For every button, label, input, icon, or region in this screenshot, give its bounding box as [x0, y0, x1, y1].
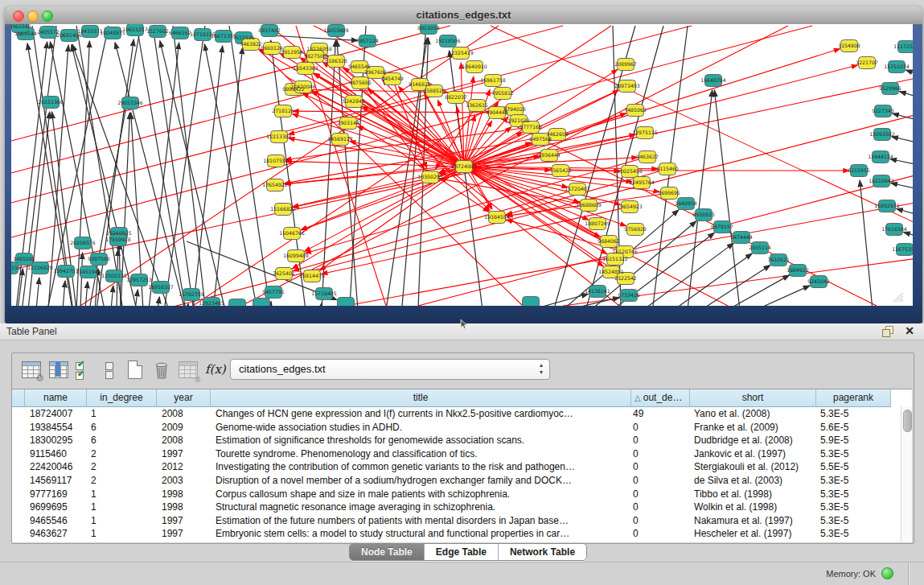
table-row[interactable]: 2242004622012Investigating the contribut… [12, 460, 897, 474]
graph-edge[interactable] [292, 114, 464, 167]
table-cell[interactable]: 0 [633, 474, 687, 488]
table-cell[interactable]: 9115460 [30, 447, 84, 461]
table-cell[interactable]: Franke et al. (2009) [694, 421, 813, 435]
table-row[interactable]: 946362711997Embryonic stem cells: a mode… [12, 527, 897, 541]
new-document-icon[interactable] [125, 360, 146, 381]
table-row[interactable]: 1872400712008Changes of HCN gene express… [12, 407, 897, 421]
table-cell[interactable]: Changes of HCN gene expression and I(f) … [216, 407, 628, 421]
table-scrollbar[interactable] [901, 406, 912, 542]
table-row[interactable]: 911546021997Tourette syndrome. Phenomeno… [12, 447, 897, 461]
table-cell[interactable]: 19384554 [30, 421, 84, 435]
column-header-year[interactable]: year [157, 389, 211, 407]
graph-edge[interactable] [160, 41, 225, 306]
table-cell[interactable]: Investigating the contribution of common… [216, 460, 628, 474]
table-cell[interactable]: 2 [91, 474, 154, 488]
graph-edge[interactable] [892, 137, 913, 145]
table-scrollbar-thumb[interactable] [903, 410, 912, 432]
table-cell[interactable]: 18724007 [30, 407, 84, 421]
table-cell[interactable]: 2 [91, 447, 154, 461]
table-cell[interactable]: Yano et al. (2008) [694, 407, 813, 421]
table-cell[interactable]: 18300295 [30, 434, 84, 447]
table-cell[interactable]: 1997 [162, 514, 207, 528]
table-cell[interactable]: Structural magnetic resonance image aver… [216, 501, 628, 514]
table-cell[interactable]: 9699695 [30, 501, 84, 514]
graph-edge[interactable] [320, 303, 322, 306]
table-row[interactable]: 1830029562008Estimation of significance … [12, 434, 897, 447]
row-height-icon[interactable] [101, 360, 121, 381]
table-cell[interactable]: 2 [91, 460, 154, 474]
graph-edge[interactable] [158, 297, 159, 306]
graph-node[interactable] [229, 299, 246, 307]
graph-node[interactable] [253, 299, 270, 307]
graph-edge[interactable] [491, 26, 913, 227]
table-cell[interactable]: 5.6E-5 [820, 421, 888, 435]
graph-edge[interactable] [320, 167, 464, 270]
function-builder-icon[interactable]: f(x) [205, 362, 226, 383]
table-cell[interactable]: 1 [91, 501, 154, 514]
table-cell[interactable]: 22420046 [30, 460, 84, 474]
table-row[interactable]: 1938455462009Genome-wide association stu… [12, 421, 897, 435]
table-cell[interactable]: 1 [91, 407, 154, 421]
table-cell[interactable]: 0 [633, 447, 687, 461]
table-cell[interactable]: 1 [91, 527, 154, 541]
tab-edge-table[interactable]: Edge Table [425, 544, 499, 560]
table-cell[interactable]: Tourette syndrome. Phenomenology and cla… [216, 447, 628, 461]
table-select-dropdown[interactable]: citations_edges.txt ▴▾ [230, 359, 550, 380]
graph-edge[interactable] [165, 26, 205, 306]
graph-edge[interactable] [756, 286, 810, 306]
table-cell[interactable]: Wolkin et al. (1998) [694, 501, 813, 514]
table-cell[interactable]: 0 [633, 434, 687, 447]
table-cell[interactable]: 0 [633, 421, 687, 435]
table-cell[interactable]: 2008 [162, 407, 207, 421]
table-cell[interactable]: 1 [91, 514, 154, 528]
column-header-out_de[interactable]: △out_de… [631, 389, 690, 407]
table-cell[interactable]: 2009 [162, 421, 207, 435]
graph-edge[interactable] [890, 159, 913, 167]
table-cell[interactable]: Estimation of the future numbers of pati… [216, 514, 628, 528]
window-titlebar[interactable]: citations_edges.txt [5, 6, 922, 25]
graph-edge[interactable] [903, 232, 913, 239]
graph-edge[interactable] [28, 112, 50, 306]
table-cell[interactable]: 5.3E-5 [820, 474, 888, 488]
table-cell[interactable]: Tibbo et al. (1998) [694, 488, 813, 501]
graph-edge[interactable] [891, 183, 913, 191]
graph-edge[interactable] [271, 40, 306, 306]
graph-edge[interactable] [111, 286, 113, 306]
table-cell[interactable]: Dudbridge et al. (2008) [694, 434, 813, 447]
table-cell[interactable]: Genome-wide association studies in ADHD. [216, 421, 628, 435]
graph-edge[interactable] [80, 253, 83, 306]
table-row[interactable]: 946554611997Estimation of the future num… [12, 514, 897, 528]
float-panel-icon[interactable] [882, 326, 893, 337]
table-row[interactable]: 969969511998Structural magnetic resonanc… [12, 501, 897, 514]
table-cell[interactable]: 6 [91, 434, 154, 447]
import-table-icon[interactable]: ⊗ [178, 360, 199, 381]
table-cell[interactable]: Disruption of a novel member of a sodium… [216, 474, 628, 488]
close-panel-icon[interactable]: ✕ [905, 324, 914, 337]
table-cell[interactable]: 2012 [162, 460, 207, 474]
table-settings-icon[interactable]: ⚙ [21, 360, 42, 381]
column-header-pagerank[interactable]: pagerank [816, 389, 891, 407]
table-cell[interactable]: 5.3E-5 [820, 527, 888, 541]
tab-node-table[interactable]: Node Table [350, 544, 425, 560]
table-cell[interactable]: 5.3E-5 [820, 488, 888, 501]
table-cell[interactable]: 1998 [162, 488, 207, 501]
table-cell[interactable]: 9465546 [30, 514, 84, 528]
select-rows-icon[interactable]: ✔✔ [76, 360, 97, 381]
table-cell[interactable]: Jankovic et al. (1997) [694, 447, 813, 461]
graph-edge[interactable] [269, 35, 358, 40]
table-cell[interactable]: 0 [633, 488, 687, 501]
graph-node[interactable] [338, 298, 355, 307]
table-cell[interactable]: 2003 [162, 474, 207, 488]
table-cell[interactable]: 5.3E-5 [820, 447, 888, 461]
network-canvas[interactable]: 1669544240557293625662069140618433371100… [11, 24, 913, 306]
column-header-short[interactable]: short [690, 389, 816, 407]
table-cell[interactable]: 9463627 [30, 527, 84, 541]
graph-edge[interactable] [897, 208, 913, 217]
graph-edge[interactable] [135, 290, 138, 306]
table-cell[interactable]: 0 [633, 501, 687, 514]
table-cell[interactable]: 6 [91, 421, 154, 435]
table-cell[interactable]: 2008 [162, 434, 207, 447]
trash-icon[interactable] [152, 360, 173, 381]
column-header-title[interactable]: title [211, 389, 631, 407]
table-row[interactable]: 977716911998Corpus callosum shape and si… [12, 488, 897, 501]
